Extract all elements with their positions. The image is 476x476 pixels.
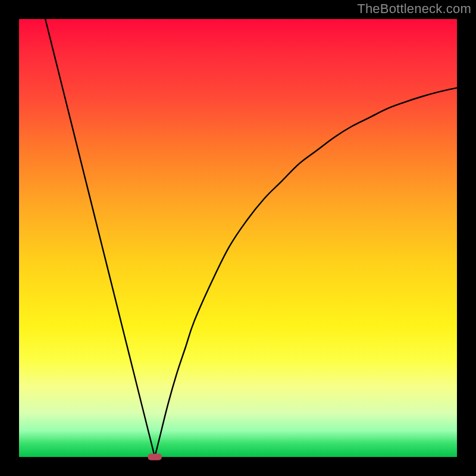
chart-frame: TheBottleneck.com (0, 0, 476, 476)
watermark-text: TheBottleneck.com (357, 1, 471, 17)
curve-layer (19, 19, 457, 457)
curve-right (155, 88, 457, 457)
min-marker (148, 453, 162, 460)
curve-left (45, 19, 155, 457)
